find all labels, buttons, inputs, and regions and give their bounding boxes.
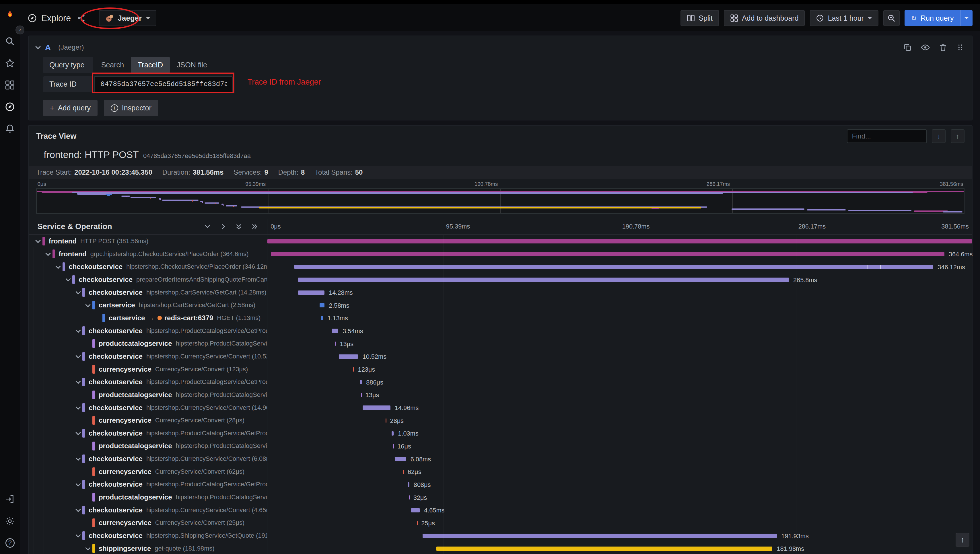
remove-query-trash-icon[interactable] (939, 43, 947, 52)
share-icon[interactable] (77, 14, 85, 22)
collapse-chevron-icon[interactable] (75, 430, 81, 435)
run-query-button[interactable]: ↻ Run query (905, 10, 960, 26)
span-bar[interactable] (386, 419, 386, 423)
span-bar[interactable] (409, 495, 410, 500)
collapse-chevron-icon[interactable] (75, 404, 81, 409)
span-bar[interactable] (268, 239, 972, 244)
span-row[interactable]: currencyserviceCurrencyService/Convert (… (29, 516, 972, 529)
explore-icon[interactable] (5, 102, 15, 112)
span-bar[interactable] (408, 482, 409, 487)
grafana-logo-icon[interactable] (3, 9, 17, 22)
span-bar[interactable] (417, 521, 418, 525)
span-row[interactable]: frontendgrpc.hipstershop.CheckoutService… (29, 247, 972, 260)
span-bar[interactable] (339, 354, 359, 359)
span-bar[interactable] (321, 316, 323, 320)
scroll-to-top-button[interactable]: ↑ (956, 533, 969, 546)
collapse-chevron-icon[interactable] (75, 456, 81, 461)
span-row[interactable]: checkoutservicehipstershop.ProductCatalo… (29, 478, 972, 491)
collapse-chevron-icon[interactable] (65, 276, 70, 282)
sign-in-icon[interactable] (5, 494, 15, 504)
alerting-icon[interactable] (5, 124, 15, 134)
datasource-picker[interactable]: Jaeger (99, 10, 156, 26)
collapse-chevron-icon[interactable] (75, 379, 81, 384)
span-row[interactable]: checkoutservicehipstershop.ProductCatalo… (29, 376, 972, 388)
span-row[interactable]: checkoutservicehipstershop.ShippingServi… (29, 529, 972, 542)
span-row[interactable]: productcatalogservicehipstershop.Product… (29, 439, 972, 452)
span-row[interactable]: checkoutservicehipstershop.CurrencyServi… (29, 503, 972, 516)
expand-all-icon[interactable] (251, 223, 258, 230)
collapse-one-icon[interactable] (204, 223, 211, 230)
span-row[interactable]: productcatalogservicehipstershop.Product… (29, 491, 972, 504)
search-icon[interactable] (5, 36, 15, 46)
configuration-gear-icon[interactable] (5, 516, 15, 526)
expand-one-icon[interactable] (220, 223, 227, 230)
help-icon[interactable]: ? (5, 538, 15, 548)
span-bar[interactable] (360, 380, 362, 384)
query-row-header[interactable]: A (Jaeger) (36, 41, 964, 54)
collapse-chevron-icon[interactable] (75, 507, 81, 512)
query-type-tab-traceid[interactable]: TraceID (131, 57, 170, 73)
span-bar[interactable] (320, 303, 325, 307)
span-row[interactable]: checkoutservicehipstershop.CartService/G… (29, 286, 972, 299)
span-bar[interactable] (298, 290, 325, 295)
trace-minimap[interactable] (36, 188, 964, 213)
span-bar[interactable] (392, 431, 394, 436)
add-query-button[interactable]: + Add query (43, 100, 97, 116)
find-input[interactable] (847, 129, 927, 143)
find-prev-button[interactable]: ↑ (951, 129, 964, 143)
starred-icon[interactable] (5, 58, 15, 68)
dashboards-icon[interactable] (5, 80, 15, 90)
span-row[interactable]: checkoutservicehipstershop.ProductCatalo… (29, 427, 972, 439)
span-bar[interactable] (393, 444, 394, 448)
span-bar[interactable] (353, 367, 354, 371)
add-to-dashboard-button[interactable]: Add to dashboard (724, 10, 805, 26)
inspector-button[interactable]: i Inspector (104, 100, 158, 116)
query-type-tab-search[interactable]: Search (94, 57, 131, 73)
collapse-chevron-icon[interactable] (35, 238, 40, 243)
span-bar[interactable] (298, 278, 789, 282)
span-bar[interactable] (331, 329, 338, 333)
duplicate-query-icon[interactable] (903, 43, 912, 52)
collapse-chevron-icon[interactable] (75, 353, 81, 358)
span-row[interactable]: cartservicehipstershop.CartService/GetCa… (29, 299, 972, 312)
collapse-chevron-icon[interactable] (75, 289, 81, 294)
collapse-chevron-icon[interactable] (75, 532, 81, 538)
span-row[interactable]: checkoutservicehipstershop.CurrencyServi… (29, 452, 972, 465)
sidebar-expand-button[interactable]: › (16, 25, 24, 34)
collapse-chevron-icon[interactable] (75, 328, 81, 333)
collapse-chevron-icon[interactable] (45, 251, 51, 256)
zoom-out-time-button[interactable] (883, 10, 900, 26)
span-row[interactable]: cartservice→redis-cart:6379HGET (1.13ms)… (29, 312, 972, 325)
trace-id-input[interactable] (94, 76, 233, 92)
span-bar[interactable] (363, 406, 390, 410)
span-row[interactable]: currencyserviceCurrencyService/Convert (… (29, 465, 972, 478)
span-bar[interactable] (395, 457, 406, 461)
span-row[interactable]: productcatalogservicehipstershop.Product… (29, 337, 972, 350)
span-row[interactable]: checkoutservicehipstershop.ProductCatalo… (29, 324, 972, 337)
collapse-chevron-icon[interactable] (75, 481, 81, 486)
hide-response-eye-icon[interactable] (921, 43, 930, 52)
span-row[interactable]: currencyserviceCurrencyService/Convert (… (29, 414, 972, 427)
span-row[interactable]: checkoutservicehipstershop.CurrencyServi… (29, 350, 972, 363)
collapse-chevron-icon[interactable] (55, 264, 61, 269)
query-type-tab-json-file[interactable]: JSON file (170, 57, 214, 73)
span-row[interactable]: checkoutserviceprepareOrderItemsAndShipp… (29, 273, 972, 286)
span-bar[interactable] (335, 342, 336, 346)
span-bar[interactable] (403, 470, 404, 474)
split-button[interactable]: Split (680, 10, 719, 26)
span-row[interactable]: productcatalogservicehipstershop.Product… (29, 388, 972, 401)
span-row[interactable]: checkoutservicehipstershop.CurrencyServi… (29, 401, 972, 414)
span-bar[interactable] (437, 546, 772, 551)
find-next-button[interactable]: ↓ (932, 129, 946, 143)
span-row[interactable]: checkoutservicehipstershop.CheckoutServi… (29, 260, 972, 273)
run-query-caret-button[interactable] (960, 10, 972, 26)
collapse-chevron-icon[interactable] (86, 545, 91, 550)
span-row[interactable]: shippingserviceget-quote (181.98ms)181.9… (29, 542, 972, 554)
span-bar[interactable] (294, 265, 934, 269)
drag-handle-icon[interactable] (956, 43, 964, 51)
span-row[interactable]: currencyserviceCurrencyService/Convert (… (29, 363, 972, 376)
span-bar[interactable] (361, 393, 362, 397)
collapse-chevron-icon[interactable] (86, 302, 91, 307)
span-bar[interactable] (411, 508, 420, 513)
span-bar[interactable] (422, 533, 777, 538)
